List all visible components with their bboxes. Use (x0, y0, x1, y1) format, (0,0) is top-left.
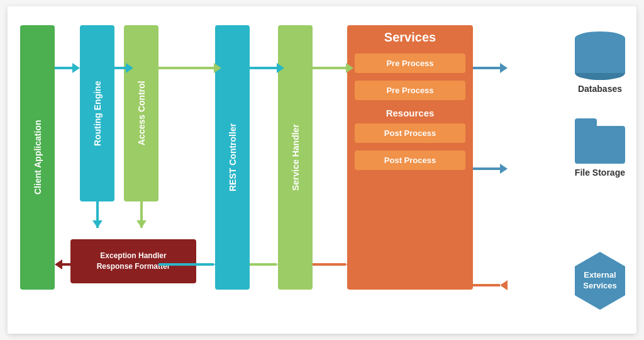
post-process-1-box: Post Process (355, 123, 465, 143)
routing-engine-block: Routing Engine (80, 25, 114, 201)
arrow-exc-from-service-handler (250, 259, 284, 269)
post-process-2-box: Post Process (355, 150, 465, 170)
arrow-routing-to-access (108, 63, 133, 73)
database-cylinder (575, 31, 625, 80)
services-block: Services Pre Process Pre Process Resourc… (347, 25, 473, 290)
arrow-routing-down (92, 201, 103, 239)
arrow-exc-from-services (313, 259, 353, 269)
access-control-block: Access Control (124, 25, 158, 201)
arrow-service-to-services (313, 63, 353, 73)
arrow-to-databases (473, 63, 508, 73)
databases-icon-group: Databases (575, 31, 625, 94)
services-title: Services (347, 30, 473, 45)
arrow-rest-to-service (250, 63, 284, 73)
arrow-exc-from-rest (158, 259, 221, 269)
hexagon-wrapper: External Services (575, 252, 625, 310)
arrow-client-to-routing (55, 63, 80, 73)
arrow-access-to-rest (158, 63, 221, 73)
databases-label: Databases (578, 84, 622, 94)
pre-process-1-box: Pre Process (355, 54, 465, 73)
external-services-icon-group: External Services (575, 252, 625, 310)
arrow-to-file-storage (473, 164, 508, 174)
file-storage-icon-group: File Storage (575, 126, 625, 178)
file-storage-label: File Storage (575, 167, 625, 178)
architecture-diagram: Client Application Routing Engine Access… (8, 6, 636, 334)
arrow-exc-to-client (55, 259, 80, 269)
arrow-access-down (136, 201, 147, 239)
external-services-hex-label: External Services (578, 270, 622, 292)
folder-icon (575, 126, 625, 164)
pre-process-2-box: Pre Process (355, 81, 465, 100)
client-application-block: Client Application (20, 25, 55, 290)
resources-label: Resources (347, 108, 473, 118)
arrow-from-external-services (473, 280, 508, 290)
